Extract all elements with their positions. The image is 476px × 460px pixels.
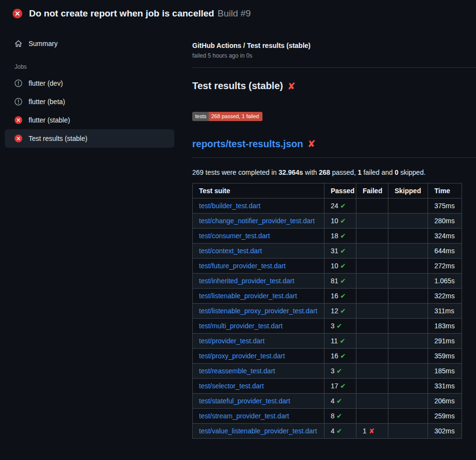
suite-link[interactable]: test/listenable_provider_test.dart [199, 292, 297, 300]
passed-cell: 8✔ [324, 409, 356, 424]
skipped-cell [388, 409, 428, 424]
passed-cell: 31✔ [324, 244, 356, 259]
table-row: test/stateful_provider_test.dart 4✔ 206m… [193, 394, 462, 409]
suite-link[interactable]: test/proxy_provider_test.dart [199, 352, 285, 360]
passed-cell: 12✔ [324, 304, 356, 319]
suite-link[interactable]: test/reassemble_test.dart [199, 367, 275, 375]
check-icon: ✔ [340, 337, 346, 345]
check-icon: ✔ [337, 397, 342, 405]
passed-cell: 16✔ [324, 289, 356, 304]
failed-cell [356, 259, 388, 274]
failed-cell [356, 214, 388, 229]
col-header-skipped: Skipped [388, 184, 428, 199]
skipped-cell [388, 199, 428, 214]
suite-link[interactable]: test/inherited_provider_test.dart [199, 277, 294, 285]
sidebar-item-flutter-stable[interactable]: flutter (stable) [5, 111, 174, 129]
passed-cell: 10✔ [324, 214, 356, 229]
failed-cell [356, 199, 388, 214]
test-table-body: test/builder_test.dart 24✔ 375ms test/ch… [193, 199, 462, 439]
suite-link[interactable]: test/multi_provider_test.dart [199, 322, 283, 330]
check-icon: ✔ [340, 262, 346, 270]
report-link[interactable]: reports/test-results.json [192, 138, 303, 150]
skipped-cell [388, 349, 428, 364]
jobs-list: flutter (dev) flutter (beta) flutter (st… [5, 74, 174, 148]
skipped-cell [388, 244, 428, 259]
sidebar-item-summary[interactable]: Summary [5, 34, 174, 53]
passed-cell: 16✔ [324, 349, 356, 364]
time-cell: 331ms [428, 379, 462, 394]
table-row: test/provider_test.dart 11✔ 291ms [193, 334, 462, 349]
badge-value: 268 passed, 1 failed [209, 112, 262, 121]
table-row: test/selector_test.dart 17✔ 331ms [193, 379, 462, 394]
check-icon: ✔ [340, 307, 346, 315]
check-run-main: GitHub Actions / Test results (stable) f… [192, 24, 476, 439]
suite-link[interactable]: test/consumer_test.dart [199, 232, 270, 240]
job-label: flutter (beta) [29, 98, 65, 106]
time-cell: 322ms [428, 289, 462, 304]
failed-cell [356, 409, 388, 424]
suite-link[interactable]: test/context_test.dart [199, 247, 262, 255]
sidebar-item-test-results-stable[interactable]: Test results (stable) [5, 129, 174, 148]
suite-link[interactable]: test/stateful_provider_test.dart [199, 397, 290, 405]
job-label: Test results (stable) [29, 135, 87, 142]
check-icon: ✔ [337, 322, 342, 330]
sidebar-item-flutter-beta[interactable]: flutter (beta) [5, 92, 174, 111]
table-row: test/change_notifier_provider_test.dart … [193, 214, 462, 229]
suite-link[interactable]: test/value_listenable_provider_test.dart [199, 427, 317, 435]
time-cell: 375ms [428, 199, 462, 214]
suite-link[interactable]: test/builder_test.dart [199, 202, 261, 210]
check-icon: ✔ [340, 292, 346, 300]
section-title: Test results (stable) ✘ [192, 80, 476, 92]
check-icon: ✔ [340, 217, 346, 225]
skipped-cell [388, 274, 428, 289]
check-icon: ✔ [340, 352, 346, 360]
suite-link[interactable]: test/change_notifier_provider_test.dart [199, 217, 315, 225]
passed-cell: 17✔ [324, 379, 356, 394]
table-row: test/stream_provider_test.dart 8✔ 259ms [193, 409, 462, 424]
table-row: test/consumer_test.dart 18✔ 324ms [193, 229, 462, 244]
skipped-cell [388, 304, 428, 319]
skipped-cell [388, 334, 428, 349]
passed-cell: 4✔ [324, 394, 356, 409]
failed-x-icon: ✘ [307, 139, 316, 149]
col-header-passed: Passed [324, 184, 356, 199]
failed-cell: 1✘ [356, 424, 388, 439]
failed-status-icon [15, 116, 22, 124]
passed-cell: 4✔ [324, 424, 356, 439]
table-row: test/value_listenable_provider_test.dart… [193, 424, 462, 439]
failed-status-icon [13, 9, 22, 18]
time-cell: 359ms [428, 349, 462, 364]
suite-link[interactable]: test/future_provider_test.dart [199, 262, 286, 270]
check-run-header: Do not create report when job is cancell… [0, 0, 476, 24]
sidebar-item-flutter-dev[interactable]: flutter (dev) [5, 74, 174, 92]
check-icon: ✔ [340, 232, 346, 240]
time-cell: 302ms [428, 424, 462, 439]
skipped-cell [388, 424, 428, 439]
table-header-row: Test suite Passed Failed Skipped Time [193, 184, 462, 199]
skipped-cell [388, 379, 428, 394]
divider [192, 157, 476, 158]
skipped-cell [388, 289, 428, 304]
failed-cell [356, 334, 388, 349]
suite-link[interactable]: test/listenable_proxy_provider_test.dart [199, 307, 317, 315]
passed-cell: 3✔ [324, 319, 356, 334]
time-cell: 311ms [428, 304, 462, 319]
run-status-line: failed 5 hours ago in 0s [192, 52, 476, 59]
time-cell: 272ms [428, 259, 462, 274]
check-icon: ✔ [337, 412, 342, 420]
breadcrumb: GitHub Actions / Test results (stable) [192, 42, 476, 49]
skipped-cell [388, 259, 428, 274]
passed-cell: 11✔ [324, 334, 356, 349]
failed-cell [356, 289, 388, 304]
table-row: test/listenable_proxy_provider_test.dart… [193, 304, 462, 319]
neutral-status-icon [15, 98, 22, 106]
time-cell: 185ms [428, 364, 462, 379]
home-icon [15, 40, 22, 47]
failed-cell [356, 379, 388, 394]
suite-link[interactable]: test/selector_test.dart [199, 382, 264, 390]
suite-link[interactable]: test/stream_provider_test.dart [199, 412, 289, 420]
skipped-cell [388, 319, 428, 334]
run-build-number: Build #9 [217, 8, 251, 18]
sidebar: Summary Jobs flutter (dev) flutter (beta… [5, 24, 174, 148]
suite-link[interactable]: test/provider_test.dart [199, 337, 264, 345]
